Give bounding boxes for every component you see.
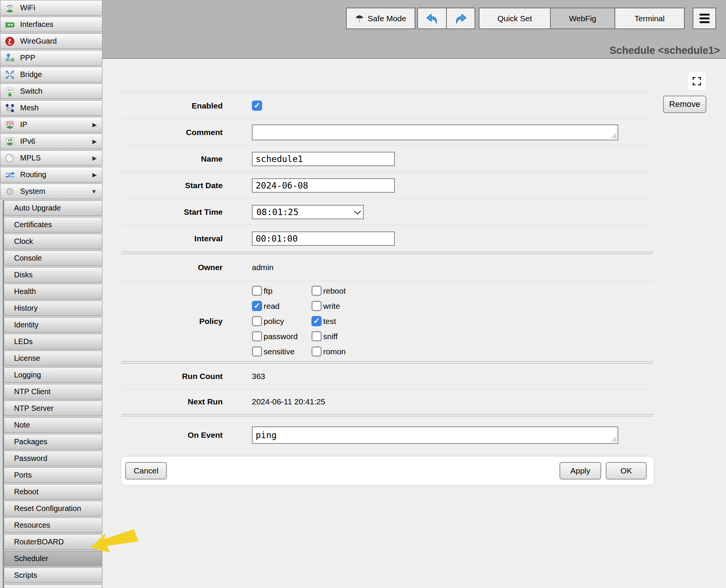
sidebar-item-reboot[interactable]: Reboot	[4, 484, 102, 500]
sidebar-item-interfaces[interactable]: Interfaces	[0, 17, 102, 32]
interval-row: Interval	[121, 225, 654, 252]
sidebar-item-ntp-client[interactable]: NTP Client	[4, 384, 102, 399]
sidebar-item-disks[interactable]: Disks	[4, 267, 102, 283]
on-event-row: On Event ping	[121, 417, 654, 454]
sidebar-item-label: MPLS	[20, 154, 41, 162]
sidebar-item-scheduler[interactable]: Scheduler	[4, 551, 102, 566]
name-input[interactable]	[252, 152, 395, 166]
webfig-label: WebFig	[569, 14, 596, 23]
sidebar-item-ipv6[interactable]: v6 IPv6 ▶	[0, 134, 102, 149]
cancel-button[interactable]: Cancel	[125, 462, 167, 480]
sidebar-item-note[interactable]: Note	[4, 417, 102, 433]
hamburger-icon	[699, 14, 710, 16]
sidebar-item-label: IP	[20, 120, 27, 129]
owner-label: Owner	[121, 263, 223, 272]
redo-button[interactable]	[446, 8, 475, 29]
start-date-input[interactable]	[252, 178, 395, 193]
sidebar-item-system[interactable]: ⚙ System ▼	[0, 184, 102, 199]
sidebar: WiFi Interfaces WireGuard	[0, 0, 102, 588]
page-title: Schedule <schedule1>	[610, 45, 720, 57]
sidebar-item-routerboard[interactable]: RouterBOARD	[4, 534, 102, 550]
ok-button[interactable]: OK	[606, 462, 647, 480]
section-divider	[121, 252, 654, 254]
comment-label: Comment	[121, 128, 223, 137]
pointer-arrow-annotation	[90, 528, 138, 554]
sidebar-item-identity[interactable]: Identity	[4, 317, 102, 333]
policy-policy-checkbox[interactable]: ✓	[252, 316, 262, 326]
start-date-label: Start Date	[121, 181, 223, 190]
policy-romon-checkbox[interactable]: ✓	[311, 346, 322, 357]
schedule-form: Enabled ✓ Comment Name Start Date Start …	[121, 92, 654, 485]
sidebar-item-clock[interactable]: Clock	[4, 234, 102, 249]
apply-button[interactable]: Apply	[559, 462, 601, 480]
sidebar-item-console[interactable]: Console	[4, 250, 102, 266]
chevron-right-icon: ▶	[92, 171, 97, 178]
sidebar-item-reset-configuration[interactable]: Reset Configuration	[4, 501, 102, 516]
sidebar-item-resources[interactable]: Resources	[4, 517, 102, 533]
sidebar-item-leds[interactable]: LEDs	[4, 334, 102, 349]
policy-write-checkbox[interactable]: ✓	[311, 301, 322, 311]
sidebar-item-password[interactable]: Password	[4, 451, 102, 466]
sidebar-item-auto-upgrade[interactable]: Auto Upgrade	[4, 200, 102, 216]
policy-test-checkbox[interactable]: ✓	[311, 316, 322, 326]
sidebar-item-wireguard[interactable]: WireGuard	[0, 33, 102, 49]
enabled-label: Enabled	[121, 101, 223, 110]
sidebar-item-ip[interactable]: 255 IP ▶	[0, 117, 102, 132]
fullscreen-icon	[692, 76, 702, 86]
sidebar-item-switch[interactable]: Switch	[0, 83, 102, 99]
undo-button[interactable]	[417, 8, 447, 29]
policy-sniff-checkbox[interactable]: ✓	[311, 331, 322, 341]
sidebar-item-certificates[interactable]: Certificates	[4, 217, 102, 233]
sidebar-item-routing[interactable]: Routing ▶	[0, 167, 102, 182]
policy-ftp-checkbox[interactable]: ✓	[252, 286, 262, 296]
redo-icon	[454, 12, 467, 25]
sidebar-item-mesh[interactable]: Mesh	[0, 100, 102, 116]
policy-read-checkbox[interactable]: ✓	[252, 301, 262, 311]
comment-textarea[interactable]	[252, 124, 618, 140]
owner-value: admin	[252, 263, 273, 272]
sidebar-item-label: Routing	[20, 170, 46, 179]
sidebar-item-history[interactable]: History	[4, 300, 102, 316]
bridge-icon	[4, 69, 16, 80]
policy-reboot-checkbox[interactable]: ✓	[311, 286, 322, 296]
sidebar-item-logging[interactable]: Logging	[4, 367, 102, 383]
switch-icon	[4, 86, 16, 97]
tab-webfig[interactable]: WebFig	[550, 8, 615, 29]
remove-button[interactable]: Remove	[663, 96, 706, 113]
start-date-row: Start Date	[121, 172, 654, 198]
on-event-textarea[interactable]: ping	[252, 426, 618, 444]
policy-row: Policy ✓ftp ✓reboot ✓read ✓write ✓policy…	[121, 281, 654, 361]
sidebar-item-ports[interactable]: Ports	[4, 467, 102, 483]
next-run-label: Next Run	[121, 397, 223, 406]
sidebar-item-shutdown[interactable]: Shutdown	[4, 584, 102, 588]
interval-input[interactable]	[252, 231, 395, 246]
enabled-checkbox[interactable]: ✓	[252, 101, 262, 111]
tab-terminal[interactable]: Terminal	[614, 8, 685, 29]
start-time-select[interactable]: 08:01:25	[252, 205, 364, 219]
resize-handle-icon[interactable]	[611, 133, 617, 138]
terminal-label: Terminal	[635, 14, 665, 23]
wireguard-icon	[4, 36, 16, 47]
policy-sensitive-checkbox[interactable]: ✓	[252, 346, 262, 357]
owner-row: Owner admin	[121, 254, 654, 281]
sidebar-item-ntp-server[interactable]: NTP Server	[4, 401, 102, 416]
sidebar-item-label: System	[20, 187, 46, 196]
tab-quick-set[interactable]: Quick Set	[479, 8, 551, 29]
hamburger-menu-button[interactable]	[693, 8, 716, 29]
sidebar-item-health[interactable]: Health	[4, 284, 102, 299]
sidebar-item-wifi[interactable]: WiFi	[0, 0, 102, 16]
sidebar-item-packages[interactable]: Packages	[4, 434, 102, 450]
sidebar-item-bridge[interactable]: Bridge	[0, 67, 102, 82]
routing-icon	[4, 169, 16, 181]
safe-mode-button[interactable]: ☂ Safe Mode	[346, 8, 415, 29]
sidebar-item-ppp[interactable]: PPP	[0, 50, 102, 66]
sidebar-item-mpls[interactable]: MPLS ▶	[0, 150, 102, 166]
fullscreen-button[interactable]	[688, 72, 706, 90]
resize-handle-icon[interactable]	[611, 436, 617, 442]
sidebar-item-license[interactable]: License	[4, 351, 102, 366]
policy-password-checkbox[interactable]: ✓	[252, 331, 262, 341]
sidebar-item-scripts[interactable]: Scripts	[4, 568, 102, 583]
name-row: Name	[121, 145, 654, 172]
system-submenu: Auto Upgrade Certificates Clock Console …	[3, 200, 102, 588]
sidebar-item-label: Switch	[20, 87, 42, 96]
